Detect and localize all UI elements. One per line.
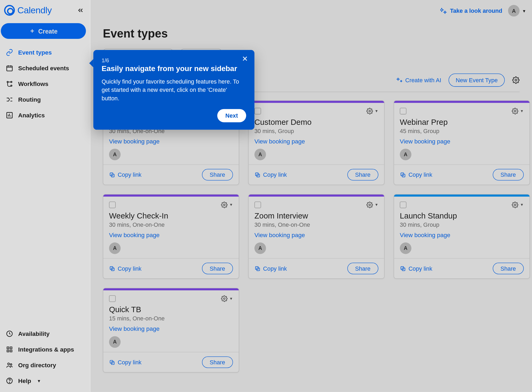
card-checkbox[interactable] bbox=[400, 108, 406, 114]
card-subtitle: 30 mins, One-on-One bbox=[254, 221, 378, 228]
avatar: A bbox=[254, 242, 266, 254]
create-button[interactable]: Create bbox=[1, 23, 86, 39]
svg-point-2 bbox=[11, 85, 12, 86]
svg-point-27 bbox=[369, 204, 370, 206]
view-booking-page-link[interactable]: View booking page bbox=[109, 232, 160, 238]
card-checkbox[interactable] bbox=[254, 201, 261, 208]
avatar: A bbox=[109, 336, 121, 348]
settings-gear-icon[interactable] bbox=[512, 76, 519, 84]
event-type-cards-grid: ▼1:1 Coffee Chat30 mins, One-on-OneView … bbox=[90, 100, 532, 373]
card-settings-icon[interactable]: ▼ bbox=[366, 108, 378, 114]
svg-rect-8 bbox=[7, 350, 9, 352]
copy-link-button[interactable]: Copy link bbox=[254, 171, 287, 178]
sidebar-item-workflows[interactable]: Workflows bbox=[0, 76, 90, 92]
view-booking-page-link[interactable]: View booking page bbox=[400, 138, 450, 145]
card-checkbox[interactable] bbox=[254, 108, 261, 114]
card-title: Customer Demo bbox=[254, 118, 378, 127]
card-subtitle: 45 mins, Group bbox=[400, 128, 524, 134]
card-subtitle: 30 mins, Group bbox=[254, 128, 378, 134]
card-title: Weekly Check-In bbox=[109, 212, 233, 221]
svg-point-33 bbox=[224, 298, 225, 299]
view-booking-page-link[interactable]: View booking page bbox=[254, 138, 305, 145]
card-checkbox[interactable] bbox=[109, 295, 116, 302]
card-settings-icon[interactable]: ▼ bbox=[221, 201, 233, 208]
sidebar-item-availability[interactable]: Availability bbox=[0, 326, 90, 342]
copy-link-button[interactable]: Copy link bbox=[109, 171, 142, 178]
view-booking-page-link[interactable]: View booking page bbox=[109, 325, 160, 332]
copy-link-button[interactable]: Copy link bbox=[254, 265, 287, 272]
page-title: Event types bbox=[90, 22, 532, 49]
view-booking-page-link[interactable]: View booking page bbox=[400, 232, 450, 238]
take-a-look-around-button[interactable]: Take a look around bbox=[440, 7, 502, 14]
copy-link-button[interactable]: Copy link bbox=[400, 265, 432, 272]
card-title: Launch Standup bbox=[400, 212, 524, 221]
copy-link-button[interactable]: Copy link bbox=[109, 359, 142, 366]
topbar: Take a look around A ▼ bbox=[90, 0, 532, 22]
svg-rect-6 bbox=[7, 347, 9, 349]
view-booking-page-link[interactable]: View booking page bbox=[254, 232, 305, 238]
svg-point-24 bbox=[224, 204, 225, 206]
card-stripe bbox=[103, 195, 239, 197]
chevron-down-icon: ▼ bbox=[37, 378, 41, 383]
copy-link-button[interactable]: Copy link bbox=[400, 171, 432, 178]
share-button[interactable]: Share bbox=[202, 263, 233, 274]
svg-point-10 bbox=[8, 363, 10, 365]
card-settings-icon[interactable]: ▼ bbox=[512, 201, 524, 208]
brand-logo[interactable]: Calendly bbox=[4, 5, 52, 16]
event-type-card[interactable]: ▼Weekly Check-In30 mins, One-on-OneView … bbox=[103, 194, 239, 279]
sidebar: Calendly Create Event types Scheduled ev… bbox=[0, 0, 90, 392]
sidebar-item-routing[interactable]: Routing bbox=[0, 92, 90, 108]
card-settings-icon[interactable]: ▼ bbox=[221, 295, 233, 302]
svg-rect-0 bbox=[7, 66, 12, 71]
share-button[interactable]: Share bbox=[493, 263, 524, 274]
share-button[interactable]: Share bbox=[202, 356, 233, 368]
event-type-card[interactable]: ▼Webinar Prep45 mins, GroupView booking … bbox=[394, 100, 530, 185]
card-settings-icon[interactable]: ▼ bbox=[512, 108, 524, 114]
card-subtitle: 30 mins, Group bbox=[400, 221, 524, 228]
new-event-type-button[interactable]: New Event Type bbox=[449, 73, 505, 87]
event-type-card[interactable]: ▼Zoom Interview30 mins, One-on-OneView b… bbox=[248, 194, 385, 279]
view-booking-page-link[interactable]: View booking page bbox=[109, 138, 160, 145]
link-icon bbox=[6, 49, 13, 56]
popover-step: 1/6 bbox=[102, 57, 246, 64]
card-settings-icon[interactable]: ▼ bbox=[366, 201, 378, 208]
sidebar-item-org-directory[interactable]: Org directory bbox=[0, 357, 90, 373]
event-type-card[interactable]: ▼Customer Demo30 mins, GroupView booking… bbox=[248, 100, 385, 185]
sidebar-item-label: Analytics bbox=[18, 112, 45, 119]
share-button[interactable]: Share bbox=[202, 169, 233, 180]
event-type-card[interactable]: ▼Launch Standup30 mins, GroupView bookin… bbox=[394, 194, 530, 279]
sidebar-item-event-types[interactable]: Event types bbox=[0, 45, 90, 60]
card-checkbox[interactable] bbox=[109, 201, 116, 208]
avatar: A bbox=[109, 149, 121, 160]
sidebar-item-scheduled-events[interactable]: Scheduled events bbox=[0, 60, 90, 76]
svg-point-3 bbox=[11, 81, 12, 83]
sidebar-item-label: Routing bbox=[18, 96, 41, 103]
help-icon bbox=[6, 377, 13, 385]
share-button[interactable]: Share bbox=[493, 169, 524, 180]
copy-link-button[interactable]: Copy link bbox=[109, 265, 142, 272]
avatar: A bbox=[508, 5, 519, 16]
account-menu[interactable]: A ▼ bbox=[508, 5, 526, 16]
chevron-down-icon: ▼ bbox=[522, 9, 526, 13]
popover-next-button[interactable]: Next bbox=[217, 109, 246, 122]
card-stripe bbox=[394, 101, 530, 103]
event-type-card[interactable]: ▼Quick TB15 mins, One-on-OneView booking… bbox=[103, 288, 239, 373]
sidebar-item-label: Event types bbox=[18, 49, 52, 56]
card-checkbox[interactable] bbox=[400, 201, 406, 208]
svg-point-30 bbox=[514, 204, 516, 206]
card-title: Quick TB bbox=[109, 305, 233, 314]
sidebar-item-analytics[interactable]: Analytics bbox=[0, 108, 90, 123]
svg-point-21 bbox=[514, 110, 516, 112]
sidebar-item-label: Help bbox=[18, 378, 31, 384]
sidebar-item-integrations[interactable]: Integrations & apps bbox=[0, 342, 90, 357]
share-button[interactable]: Share bbox=[347, 169, 378, 180]
card-subtitle: 30 mins, One-on-One bbox=[109, 221, 233, 228]
sidebar-item-help[interactable]: Help ▼ bbox=[0, 373, 90, 389]
card-subtitle: 15 mins, One-on-One bbox=[109, 315, 233, 322]
collapse-sidebar-icon[interactable] bbox=[77, 7, 84, 14]
share-button[interactable]: Share bbox=[347, 263, 378, 274]
avatar: A bbox=[254, 149, 266, 160]
avatar: A bbox=[400, 242, 411, 254]
onboarding-popover: 1/6 Easily navigate from your new sideba… bbox=[93, 50, 254, 130]
create-with-ai-button[interactable]: Create with AI bbox=[397, 77, 441, 84]
